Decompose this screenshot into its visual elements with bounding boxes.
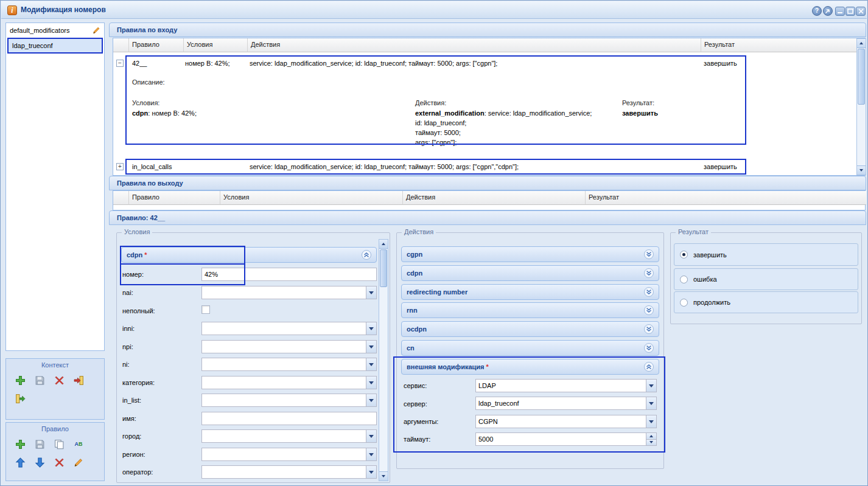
chevron-down-icon[interactable]	[646, 397, 656, 409]
chevron-down-icon[interactable]	[366, 341, 376, 353]
section-cn[interactable]: cn	[401, 340, 659, 356]
list-item-ldap-trueconf[interactable]: ldap_trueconf	[7, 38, 103, 54]
chevron-down-icon[interactable]	[366, 358, 376, 370]
edit-rule-button[interactable]	[71, 454, 86, 470]
window-titlebar[interactable]: i Модификация номеров ?	[1, 1, 867, 19]
detail-condition-value: : номер B: 42%;	[148, 109, 197, 117]
plus-icon	[15, 375, 26, 386]
region-combo[interactable]	[201, 448, 377, 461]
scroll-down-button[interactable]	[379, 471, 388, 481]
expand-section-button[interactable]	[644, 268, 654, 278]
ni-combo[interactable]	[201, 358, 377, 371]
scroll-up-button[interactable]	[379, 240, 388, 249]
argumenty-combo[interactable]: CGPN	[475, 415, 657, 428]
collapse-section-button[interactable]	[362, 250, 371, 260]
column-header-result[interactable]: Результат	[586, 191, 866, 205]
spinner-buttons[interactable]	[646, 433, 656, 445]
save-context-button[interactable]	[32, 372, 47, 388]
column-header-rule[interactable]: Правило	[129, 38, 184, 52]
spinner-down-icon[interactable]	[646, 440, 656, 446]
delete-context-button[interactable]	[51, 372, 67, 388]
column-header-expander[interactable]	[113, 38, 129, 52]
maximize-button[interactable]	[845, 7, 855, 16]
pin-button[interactable]	[823, 6, 833, 16]
move-up-button[interactable]	[12, 454, 28, 470]
expand-row-icon[interactable]: +	[116, 163, 124, 170]
chevron-down-icon[interactable]	[366, 448, 376, 460]
section-external-modification[interactable]: внешняя модификация *	[401, 359, 659, 375]
result-option-oshibka[interactable]: ошибка	[674, 268, 858, 290]
field-label-nai: nai:	[122, 289, 133, 296]
operator-combo[interactable]	[201, 465, 377, 479]
collapse-row-icon[interactable]: −	[116, 60, 124, 67]
nepolnyi-checkbox[interactable]	[201, 305, 210, 314]
conditions-scrollbar[interactable]	[379, 239, 388, 481]
add-rule-button[interactable]	[12, 436, 28, 452]
radio-icon[interactable]	[680, 276, 688, 283]
column-header-result[interactable]: Результат	[701, 38, 856, 52]
scrollbar-thumb[interactable]	[380, 249, 387, 287]
import-context-button[interactable]	[71, 372, 86, 388]
result-option-zavershit[interactable]: завершить	[674, 243, 858, 266]
chevron-down-icon[interactable]	[366, 322, 376, 335]
radio-icon[interactable]	[680, 299, 688, 307]
servis-combo[interactable]: LDAP	[475, 379, 657, 392]
chevron-down-icon[interactable]	[366, 377, 376, 389]
expand-section-button[interactable]	[644, 324, 654, 334]
vertical-scrollbar[interactable]	[856, 38, 866, 175]
chevron-down-icon[interactable]	[366, 466, 376, 478]
copy-rule-button[interactable]	[51, 436, 67, 452]
nomer-input[interactable]: 42%	[201, 268, 377, 281]
column-header-actions[interactable]: Действия	[248, 38, 701, 52]
column-header-conditions[interactable]: Условия	[184, 38, 248, 52]
inni-combo[interactable]	[201, 322, 377, 335]
column-header-actions[interactable]: Действия	[403, 191, 586, 205]
taimaut-spinner[interactable]: 5000	[475, 432, 657, 446]
chevron-down-icon[interactable]	[366, 430, 376, 442]
section-rnn[interactable]: rnn	[401, 302, 659, 318]
result-option-prodolzhit[interactable]: продолжить	[674, 291, 858, 313]
section-cgpn[interactable]: cgpn	[401, 246, 659, 262]
imya-input[interactable]	[201, 412, 377, 425]
chevron-down-icon[interactable]	[646, 415, 656, 428]
section-label: внешняя модификация	[407, 363, 485, 370]
chevron-down-icon[interactable]	[366, 286, 376, 299]
kategoriya-combo[interactable]	[201, 376, 377, 389]
chevron-down-icon[interactable]	[646, 380, 656, 392]
expand-section-button[interactable]	[644, 287, 654, 297]
rename-rule-button[interactable]: AB	[71, 436, 86, 452]
delete-rule-button[interactable]	[51, 454, 67, 470]
radio-selected-icon[interactable]	[680, 251, 688, 259]
expand-section-button[interactable]	[644, 249, 654, 259]
expand-section-button[interactable]	[644, 343, 654, 353]
collapse-section-button[interactable]	[644, 362, 654, 372]
in-list-combo[interactable]	[201, 394, 377, 407]
move-down-button[interactable]	[32, 454, 47, 470]
edit-pencil-icon[interactable]	[93, 26, 100, 34]
spinner-up-icon[interactable]	[646, 433, 656, 440]
input-rules-header: Правила по входу	[109, 23, 866, 37]
help-button[interactable]: ?	[812, 6, 822, 16]
expand-section-button[interactable]	[644, 305, 654, 315]
server-combo[interactable]: ldap_trueconf	[475, 397, 657, 410]
close-button[interactable]	[856, 7, 866, 16]
scrollbar-thumb[interactable]	[858, 49, 865, 105]
column-header-conditions[interactable]: Условия	[220, 191, 403, 205]
chevron-down-icon[interactable]	[366, 394, 376, 406]
scroll-up-button[interactable]	[857, 39, 866, 48]
scroll-down-button[interactable]	[857, 165, 866, 175]
column-header-expander[interactable]	[113, 191, 129, 205]
save-rule-button[interactable]	[32, 436, 47, 452]
section-ocdpn[interactable]: ocdpn	[401, 321, 659, 337]
column-header-rule[interactable]: Правило	[129, 191, 220, 205]
gorod-combo[interactable]	[201, 429, 377, 443]
section-redirecting-number[interactable]: redirecting number	[401, 284, 659, 300]
export-context-button[interactable]	[12, 391, 28, 406]
nai-combo[interactable]	[201, 286, 377, 299]
minimize-button[interactable]	[835, 7, 845, 16]
list-item-default-modificators[interactable]: default_modificators	[6, 23, 104, 37]
section-cdpn[interactable]: cdpn *	[121, 247, 377, 263]
add-context-button[interactable]	[12, 372, 28, 388]
npi-combo[interactable]	[201, 340, 377, 353]
section-cdpn-action[interactable]: cdpn	[401, 265, 659, 281]
